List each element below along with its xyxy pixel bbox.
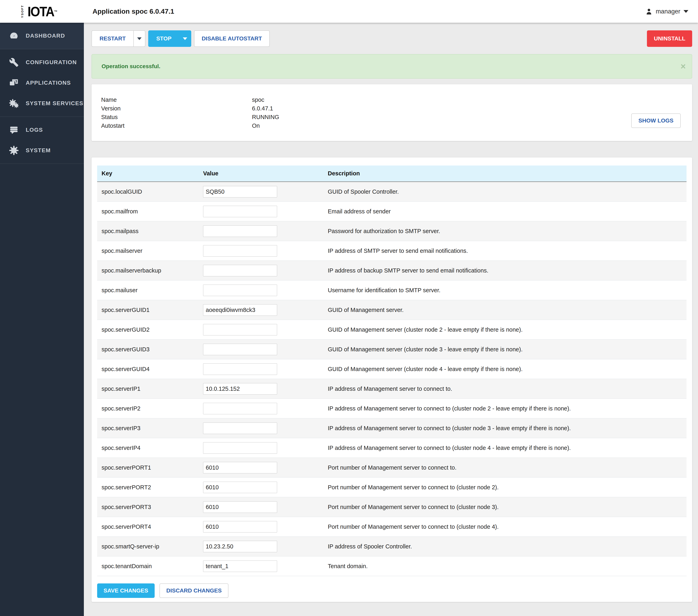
close-icon[interactable]: × bbox=[681, 62, 686, 71]
setting-value-input[interactable] bbox=[203, 265, 277, 276]
sidebar-nav: DASHBOARDCONFIGURATIONAPPLICATIONSSYSTEM… bbox=[0, 23, 84, 616]
setting-key: spoc.tenantDomain bbox=[97, 563, 203, 570]
sidebar-item-logs[interactable]: LOGS bbox=[0, 120, 84, 140]
setting-value-cell bbox=[203, 541, 328, 552]
setting-value-input[interactable] bbox=[203, 482, 277, 493]
setting-key: spoc.mailserver bbox=[97, 248, 203, 254]
sidebar-item-applications[interactable]: APPLICATIONS bbox=[0, 73, 84, 93]
setting-value-input[interactable] bbox=[203, 186, 277, 197]
info-row: Namespoc bbox=[101, 96, 692, 104]
stop-button[interactable]: STOP bbox=[149, 31, 179, 46]
setting-description: IP address of Spooler Controller. bbox=[328, 543, 686, 550]
logo-trademark: ™ bbox=[54, 10, 57, 14]
wrench-icon bbox=[9, 58, 20, 67]
setting-value-input[interactable] bbox=[203, 560, 277, 572]
setting-key: spoc.serverIP4 bbox=[97, 445, 203, 451]
setting-value-input[interactable] bbox=[203, 383, 277, 395]
column-header-key: Key bbox=[97, 170, 203, 177]
info-label: Autostart bbox=[101, 122, 252, 130]
table-row: spoc.mailserverIP address of SMTP server… bbox=[97, 241, 686, 261]
setting-value-input[interactable] bbox=[203, 403, 277, 414]
info-label: Name bbox=[101, 96, 252, 104]
info-row: Version6.0.47.1 bbox=[101, 104, 692, 113]
stop-split-button: STOP bbox=[148, 30, 191, 47]
setting-value-input[interactable] bbox=[203, 245, 277, 257]
setting-description: Tenant domain. bbox=[328, 563, 686, 570]
setting-description: Port number of Management server to conn… bbox=[328, 504, 686, 510]
table-row: spoc.serverPORT3Port number of Managemen… bbox=[97, 498, 686, 517]
setting-description: GUID of Spooler Controller. bbox=[328, 188, 686, 195]
info-value: RUNNING bbox=[252, 113, 279, 122]
setting-key: spoc.serverPORT3 bbox=[97, 504, 203, 510]
setting-key: spoc.serverIP1 bbox=[97, 386, 203, 392]
setting-value-input[interactable] bbox=[203, 501, 277, 513]
sidebar-item-configuration[interactable]: CONFIGURATION bbox=[0, 52, 84, 73]
setting-key: spoc.smartQ-server-ip bbox=[97, 543, 203, 550]
table-row: spoc.serverIP4IP address of Management s… bbox=[97, 438, 686, 458]
user-name: manager bbox=[656, 8, 680, 15]
setting-description: Port number of Management server to conn… bbox=[328, 464, 686, 471]
logo-ysoft-text: YSOFT bbox=[20, 5, 24, 18]
setting-value-cell bbox=[203, 206, 328, 217]
setting-value-input[interactable] bbox=[203, 304, 277, 316]
info-label: Status bbox=[101, 113, 252, 122]
setting-value-input[interactable] bbox=[203, 541, 277, 552]
setting-value-input[interactable] bbox=[203, 206, 277, 217]
user-menu[interactable]: manager bbox=[645, 8, 688, 15]
setting-value-cell bbox=[203, 403, 328, 414]
sidebar-item-system-services[interactable]: SYSTEM SERVICES bbox=[0, 93, 84, 114]
setting-value-input[interactable] bbox=[203, 344, 277, 355]
application-info-panel: NamespocVersion6.0.47.1StatusRUNNINGAuto… bbox=[92, 84, 692, 141]
table-row: spoc.mailserverbackupIP address of backu… bbox=[97, 261, 686, 281]
setting-value-input[interactable] bbox=[203, 422, 277, 434]
disable-autostart-button[interactable]: DISABLE AUTOSTART bbox=[194, 30, 270, 47]
setting-value-cell bbox=[203, 245, 328, 257]
setting-value-cell bbox=[203, 363, 328, 375]
app-toolbar: RESTART STOP DISABLE AUTOSTART UNINSTALL bbox=[92, 30, 692, 47]
setting-value-cell bbox=[203, 422, 328, 434]
sidebar-group: LOGSSYSTEM bbox=[0, 117, 84, 164]
info-row: StatusRUNNING bbox=[101, 113, 692, 122]
table-row: spoc.serverGUID3GUID of Management serve… bbox=[97, 340, 686, 359]
setting-value-input[interactable] bbox=[203, 521, 277, 533]
application-info-fields: NamespocVersion6.0.47.1StatusRUNNINGAuto… bbox=[101, 96, 692, 130]
sidebar-group: DASHBOARD bbox=[0, 23, 84, 49]
save-changes-button[interactable]: SAVE CHANGES bbox=[97, 584, 155, 598]
chevron-down-icon bbox=[183, 38, 187, 40]
setting-value-cell bbox=[203, 304, 328, 316]
sidebar-item-system[interactable]: SYSTEM bbox=[0, 140, 84, 161]
restart-button[interactable]: RESTART bbox=[92, 31, 133, 46]
discard-changes-button[interactable]: DISCARD CHANGES bbox=[159, 584, 228, 598]
app-header: YSOFT IOTA ™ Application spoc 6.0.47.1 m… bbox=[0, 0, 698, 23]
uninstall-button[interactable]: UNINSTALL bbox=[647, 30, 692, 47]
setting-description: Port number of Management server to conn… bbox=[328, 523, 686, 530]
setting-value-input[interactable] bbox=[203, 363, 277, 375]
setting-value-input[interactable] bbox=[203, 442, 277, 454]
table-row: spoc.mailfromEmail address of sender bbox=[97, 202, 686, 221]
setting-key: spoc.mailpass bbox=[97, 228, 203, 235]
dashboard-icon bbox=[9, 31, 20, 40]
setting-key: spoc.serverPORT1 bbox=[97, 464, 203, 471]
restart-dropdown-button[interactable] bbox=[133, 31, 145, 46]
setting-value-input[interactable] bbox=[203, 284, 277, 296]
setting-key: spoc.serverGUID1 bbox=[97, 307, 203, 313]
setting-value-input[interactable] bbox=[203, 462, 277, 473]
chevron-down-icon bbox=[137, 38, 142, 40]
column-header-description: Description bbox=[328, 170, 686, 177]
setting-description: IP address of Management server to conne… bbox=[328, 405, 686, 412]
table-row: spoc.tenantDomainTenant domain. bbox=[97, 557, 686, 576]
gears-icon bbox=[9, 99, 20, 108]
sidebar-item-label: SYSTEM SERVICES bbox=[26, 100, 83, 107]
setting-description: Port number of Management server to conn… bbox=[328, 484, 686, 491]
show-logs-button[interactable]: SHOW LOGS bbox=[631, 113, 681, 128]
stop-dropdown-button[interactable] bbox=[179, 31, 191, 46]
settings-table-card: Key Value Description spoc.localGUIDGUID… bbox=[92, 157, 692, 602]
table-row: spoc.localGUIDGUID of Spooler Controller… bbox=[97, 182, 686, 202]
table-row: spoc.serverIP2IP address of Management s… bbox=[97, 399, 686, 419]
sidebar-item-dashboard[interactable]: DASHBOARD bbox=[0, 26, 84, 46]
setting-value-cell bbox=[203, 383, 328, 395]
table-row: spoc.serverGUID2GUID of Management serve… bbox=[97, 320, 686, 340]
setting-value-input[interactable] bbox=[203, 225, 277, 237]
info-label: Version bbox=[101, 104, 252, 113]
setting-value-input[interactable] bbox=[203, 324, 277, 335]
